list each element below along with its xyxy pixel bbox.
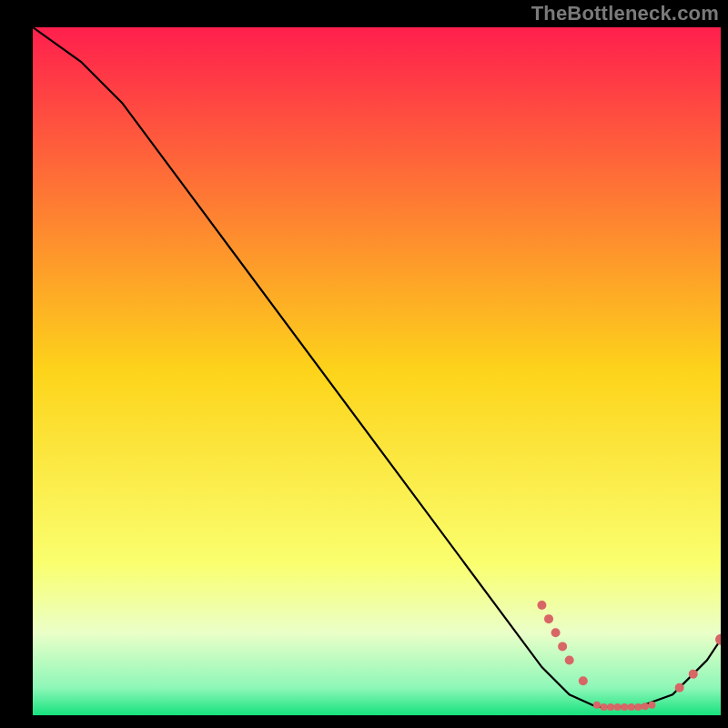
marker-point	[614, 703, 622, 711]
marker-point	[565, 656, 574, 665]
marker-point	[628, 703, 635, 711]
marker-point	[537, 601, 546, 610]
marker-point	[621, 703, 628, 711]
marker-point	[607, 703, 614, 711]
marker-point	[558, 642, 567, 651]
marker-point	[642, 703, 649, 710]
chart-background	[33, 27, 721, 715]
marker-point	[600, 703, 607, 711]
marker-point	[551, 628, 561, 637]
marker-point	[634, 703, 642, 711]
marker-point	[544, 614, 553, 623]
marker-point	[593, 702, 601, 709]
watermark-text: TheBottleneck.com	[531, 2, 719, 25]
chart-plot-area	[33, 27, 721, 715]
marker-point	[689, 670, 698, 679]
chart-svg	[33, 27, 721, 715]
marker-point	[579, 676, 588, 685]
marker-point	[648, 702, 655, 709]
chart-container: TheBottleneck.com	[0, 0, 728, 728]
marker-point	[675, 683, 684, 693]
